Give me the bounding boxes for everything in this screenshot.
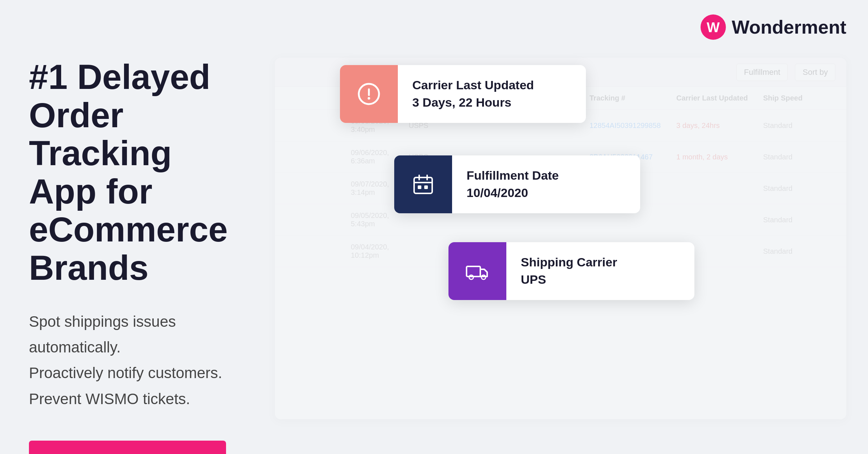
card-shipping-carrier-label: Shipping Carrier UPS <box>521 254 617 288</box>
svg-rect-11 <box>467 266 480 277</box>
truck-icon <box>448 242 506 300</box>
svg-text:W: W <box>707 20 720 35</box>
brand-name: Wonderment <box>732 16 846 38</box>
svg-rect-10 <box>424 185 428 189</box>
subtitle-line-2: Proactively notify customers. <box>29 360 242 386</box>
svg-rect-5 <box>414 177 432 193</box>
logo: W Wonderment <box>701 14 846 40</box>
svg-point-4 <box>368 97 370 100</box>
card-carrier-updated-text: Carrier Last Updated 3 Days, 22 Hours <box>398 66 548 122</box>
card-shipping-carrier: Shipping Carrier UPS <box>448 242 694 300</box>
ghost-filter-box: Fulfillment <box>736 64 788 81</box>
headline: #1 Delayed Order Tracking App for eComme… <box>29 58 242 287</box>
card-carrier-updated-label: Carrier Last Updated 3 Days, 22 Hours <box>412 77 534 111</box>
alert-circle-icon <box>340 65 398 123</box>
card-carrier-updated: Carrier Last Updated 3 Days, 22 Hours <box>340 65 586 123</box>
right-panel: Fulfillment Sort by Fulfillment Date Car… <box>268 36 846 434</box>
subtitle-line-1: Spot shippings issues automatically. <box>29 309 242 360</box>
left-panel: #1 Delayed Order Tracking App for eComme… <box>0 0 271 454</box>
card-fulfillment-date: Fulfillment Date 10/04/2020 <box>394 155 640 213</box>
card-shipping-carrier-text: Shipping Carrier UPS <box>506 243 631 299</box>
card-fulfillment-date-text: Fulfillment Date 10/04/2020 <box>452 156 573 212</box>
wonderment-logo-icon: W <box>701 14 726 40</box>
subtitle-line-3: Prevent WISMO tickets. <box>29 386 242 412</box>
try-it-free-button[interactable]: TRY IT FREE <box>29 441 226 454</box>
ghost-sort-by: Sort by <box>795 64 835 81</box>
calendar-icon <box>394 155 452 213</box>
card-fulfillment-date-label: Fulfillment Date 10/04/2020 <box>467 167 559 201</box>
subtitle: Spot shippings issues automatically. Pro… <box>29 309 242 412</box>
svg-rect-9 <box>418 185 421 189</box>
